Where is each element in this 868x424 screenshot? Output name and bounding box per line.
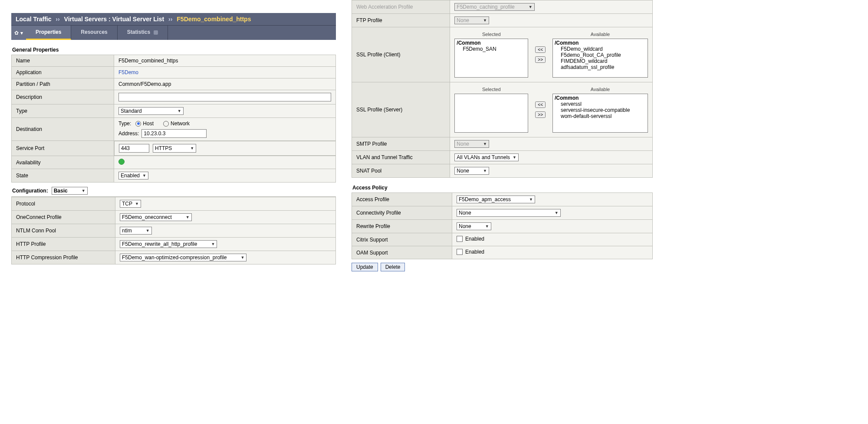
ssl-server-available-list[interactable]: /Common serverssl serverssl-insecure-com… — [552, 94, 648, 133]
lbl-ssl-client: SSL Profile (Client) — [352, 27, 450, 82]
lbl-dest-type: Type: — [118, 121, 131, 127]
move-right-button[interactable]: >> — [535, 56, 546, 63]
access-policy-table: Access Profile F5Demo_apm_access▼ Connec… — [352, 192, 653, 259]
breadcrumb-local-traffic[interactable]: Local Traffic — [16, 16, 51, 23]
lbl-http-profile: HTTP Profile — [12, 238, 115, 251]
select-config-mode[interactable]: Basic▼ — [52, 187, 88, 195]
breadcrumb-sep: ›› — [56, 16, 59, 23]
tab-statistics[interactable]: Statistics — [118, 26, 168, 40]
lbl-rewrite: Rewrite Profile — [352, 220, 452, 233]
lbl-snat: SNAT Pool — [352, 164, 450, 178]
ssl-client-available-hdr: Available — [552, 32, 648, 37]
select-rewrite[interactable]: None▼ — [457, 222, 491, 230]
ssl-server-selected-list[interactable] — [454, 94, 528, 133]
lbl-protocol: Protocol — [12, 197, 115, 211]
left-panel: Local Traffic ›› Virtual Servers : Virtu… — [11, 13, 336, 264]
general-properties-table: Name F5Demo_combined_https Application F… — [11, 55, 336, 183]
lbl-oneconnect: OneConnect Profile — [12, 211, 115, 224]
input-address[interactable] — [141, 129, 207, 138]
lbl-availability: Availability — [12, 156, 114, 169]
lbl-type: Type — [12, 104, 114, 118]
select-connectivity[interactable]: None▼ — [457, 209, 561, 217]
list-item[interactable]: F5demo_Root_CA_profile — [555, 52, 646, 58]
breadcrumb-current: F5Demo_combined_https — [177, 16, 251, 23]
move-left-button[interactable]: << — [535, 46, 546, 53]
lbl-ntlm: NTLM Conn Pool — [12, 224, 115, 238]
lbl-smtp: SMTP Profile — [352, 137, 450, 151]
val-name: F5Demo_combined_https — [118, 58, 178, 64]
lbl-description: Description — [12, 90, 114, 104]
button-row: Update Delete — [352, 259, 653, 275]
lbl-ssl-server: SSL Profile (Server) — [352, 82, 450, 137]
configuration-table: Protocol TCP▼ OneConnect Profile F5Demo_… — [11, 197, 336, 264]
tab-resources[interactable]: Resources — [71, 26, 117, 40]
tab-properties[interactable]: Properties — [26, 26, 71, 40]
lbl-partition: Partition / Path — [12, 78, 114, 90]
checkbox-citrix[interactable]: Enabled — [457, 236, 484, 242]
select-web-accel: F5Demo_caching_profile▼ — [454, 3, 534, 11]
lbl-application: Application — [12, 67, 114, 78]
gear-icon[interactable]: ✿ ▾ — [11, 26, 26, 40]
select-protocol[interactable]: TCP▼ — [120, 200, 141, 208]
breadcrumb-sep: ›› — [168, 16, 172, 23]
ssl-client-available-list[interactable]: /Common F5Demo_wildcard F5demo_Root_CA_p… — [552, 39, 648, 78]
select-type[interactable]: Standard▼ — [118, 107, 184, 115]
radio-host[interactable]: Host — [135, 121, 154, 127]
lbl-state: State — [12, 169, 114, 183]
lbl-connectivity: Connectivity Profile — [352, 206, 452, 220]
list-item[interactable]: wom-default-serverssl — [555, 113, 646, 119]
general-properties-title: General Properties — [11, 40, 336, 55]
lbl-web-accel: Web Acceleration Profile — [352, 0, 450, 14]
access-policy-title: Access Policy — [352, 178, 653, 192]
input-description[interactable] — [118, 93, 331, 101]
ssl-client-selected-hdr: Selected — [454, 32, 528, 37]
lbl-ftp: FTP Profile — [352, 14, 450, 27]
ssl-server-shuttle: Selected << >> Available /Common servers… — [454, 85, 648, 134]
profile-table: Web Acceleration Profile F5Demo_caching_… — [352, 0, 653, 178]
input-port[interactable] — [119, 144, 149, 153]
tab-bar: ✿ ▾ Properties Resources Statistics — [11, 25, 336, 40]
select-snat[interactable]: None▼ — [454, 167, 489, 175]
breadcrumb: Local Traffic ›› Virtual Servers : Virtu… — [11, 13, 336, 25]
list-item[interactable]: serverssl-insecure-compatible — [555, 107, 646, 113]
ssl-server-selected-hdr: Selected — [454, 87, 528, 92]
move-left-button[interactable]: << — [535, 101, 546, 108]
lbl-access-profile: Access Profile — [352, 193, 452, 206]
select-access-profile[interactable]: F5Demo_apm_access▼ — [457, 196, 535, 203]
select-port-proto[interactable]: HTTPS▼ — [153, 144, 196, 153]
lbl-address: Address: — [118, 130, 139, 137]
update-button[interactable]: Update — [352, 263, 378, 271]
refresh-icon[interactable] — [154, 30, 158, 35]
select-http-compression[interactable]: F5Demo_wan-optimized-compression_profile… — [120, 254, 247, 261]
select-vlan[interactable]: All VLANs and Tunnels▼ — [454, 153, 519, 161]
ssl-server-available-hdr: Available — [552, 87, 648, 92]
lbl-vlan: VLAN and Tunnel Traffic — [352, 151, 450, 164]
list-item[interactable]: serverssl — [555, 101, 646, 107]
radio-network[interactable]: Network — [163, 121, 190, 127]
move-right-button[interactable]: >> — [535, 111, 546, 118]
lbl-service-port: Service Port — [12, 141, 114, 156]
list-item[interactable]: F5Demo_wildcard — [555, 46, 646, 52]
checkbox-oam[interactable]: Enabled — [457, 249, 484, 255]
select-state[interactable]: Enabled▼ — [118, 172, 148, 179]
ssl-client-selected-list[interactable]: /Common F5Demo_SAN — [454, 39, 528, 78]
breadcrumb-virtual-servers[interactable]: Virtual Servers : Virtual Server List — [64, 16, 164, 23]
lbl-http-compression: HTTP Compression Profile — [12, 251, 115, 264]
lbl-name: Name — [12, 55, 114, 67]
select-oneconnect[interactable]: F5Demo_oneconnect▼ — [120, 213, 192, 221]
select-smtp[interactable]: None▼ — [454, 140, 489, 148]
configuration-header: Configuration: Basic▼ — [11, 183, 336, 197]
val-partition: Common/F5Demo.app — [118, 81, 171, 87]
list-item[interactable]: adfsadatum_ssl_profile — [555, 64, 646, 70]
lbl-citrix: Citrix Support — [352, 233, 452, 246]
list-item[interactable]: FIMDEMO_wildcard — [555, 58, 646, 64]
right-panel: Web Acceleration Profile F5Demo_caching_… — [352, 0, 653, 275]
select-ftp[interactable]: None▼ — [454, 16, 489, 24]
delete-button[interactable]: Delete — [381, 263, 405, 271]
select-ntlm[interactable]: ntlm▼ — [120, 227, 152, 235]
ssl-client-shuttle: Selected /Common F5Demo_SAN << >> Availa… — [454, 30, 648, 79]
list-item[interactable]: F5Demo_SAN — [457, 46, 526, 52]
link-application[interactable]: F5Demo — [118, 69, 138, 75]
select-http-profile[interactable]: F5Demo_rewrite_all_http_profile▼ — [120, 240, 217, 248]
availability-status-icon — [118, 159, 125, 165]
